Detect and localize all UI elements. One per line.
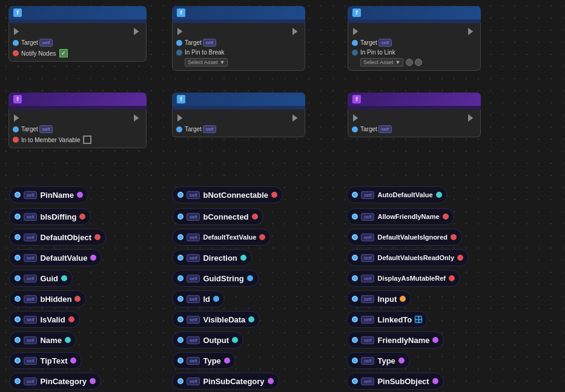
exec-out-pin[interactable] bbox=[134, 28, 141, 35]
left-pin[interactable] bbox=[177, 337, 183, 343]
exec-in-pin[interactable] bbox=[14, 114, 21, 122]
left-pin[interactable] bbox=[15, 192, 21, 198]
right-pin[interactable] bbox=[65, 337, 71, 343]
exec-in-pin[interactable] bbox=[353, 28, 360, 35]
target-pin-dot[interactable] bbox=[13, 126, 19, 132]
left-pin[interactable] bbox=[352, 255, 358, 261]
exec-out-pin[interactable] bbox=[292, 114, 300, 122]
in-pin-dot[interactable] bbox=[176, 50, 182, 56]
exec-out-pin[interactable] bbox=[468, 114, 475, 122]
left-pin[interactable] bbox=[15, 316, 21, 322]
right-pin[interactable] bbox=[432, 378, 438, 384]
exec-out-pin[interactable] bbox=[134, 114, 141, 122]
left-pin[interactable] bbox=[177, 296, 183, 302]
right-pin[interactable] bbox=[457, 255, 463, 261]
target-pin-dot[interactable] bbox=[352, 40, 358, 46]
target-pin-row: Target self bbox=[9, 124, 146, 134]
right-pin[interactable] bbox=[398, 358, 405, 364]
self-badge: self bbox=[203, 125, 216, 133]
left-pin[interactable] bbox=[15, 214, 21, 220]
left-pin[interactable] bbox=[177, 255, 183, 261]
right-pin[interactable] bbox=[74, 296, 81, 302]
notify-checkbox[interactable]: ✓ bbox=[59, 49, 68, 57]
right-pin[interactable] bbox=[248, 316, 254, 322]
target-pin-dot[interactable] bbox=[352, 126, 358, 132]
left-pin[interactable] bbox=[15, 378, 21, 384]
notify-pin-dot[interactable] bbox=[13, 50, 19, 56]
left-pin[interactable] bbox=[177, 275, 183, 281]
left-pin[interactable] bbox=[15, 255, 21, 261]
left-pin[interactable] bbox=[352, 275, 358, 281]
right-pin[interactable] bbox=[415, 316, 422, 323]
left-pin[interactable] bbox=[15, 234, 21, 240]
right-pin[interactable] bbox=[224, 358, 230, 364]
left-pin[interactable] bbox=[177, 214, 183, 220]
exec-row bbox=[348, 25, 480, 38]
left-pin[interactable] bbox=[352, 337, 358, 343]
exec-in-pin[interactable] bbox=[177, 28, 185, 35]
left-pin[interactable] bbox=[15, 358, 21, 364]
right-pin[interactable] bbox=[232, 337, 238, 343]
right-pin[interactable] bbox=[449, 275, 455, 281]
left-pin[interactable] bbox=[177, 234, 183, 240]
member-pin-dot[interactable] bbox=[13, 137, 19, 143]
member-checkbox[interactable] bbox=[83, 136, 91, 144]
right-pin[interactable] bbox=[271, 192, 277, 198]
node-label: DisplayAsMutableRef bbox=[377, 275, 445, 282]
left-pin[interactable] bbox=[15, 337, 21, 343]
target-pin-dot[interactable] bbox=[176, 126, 182, 132]
data-node: selfGuidString bbox=[172, 270, 259, 287]
self-badge: self bbox=[361, 254, 374, 262]
right-pin[interactable] bbox=[268, 378, 274, 384]
left-pin[interactable] bbox=[352, 296, 358, 302]
right-pin[interactable] bbox=[443, 214, 449, 220]
right-pin[interactable] bbox=[68, 316, 74, 322]
right-pin[interactable] bbox=[79, 214, 85, 220]
right-pin[interactable] bbox=[436, 192, 442, 198]
right-pin[interactable] bbox=[240, 255, 246, 261]
right-pin[interactable] bbox=[259, 234, 265, 240]
in-pin-dot[interactable] bbox=[352, 50, 358, 56]
right-pin[interactable] bbox=[61, 275, 67, 281]
left-pin[interactable] bbox=[352, 234, 358, 240]
nav-forward[interactable] bbox=[415, 59, 422, 66]
right-pin[interactable] bbox=[213, 296, 219, 302]
left-pin[interactable] bbox=[352, 378, 358, 384]
left-pin[interactable] bbox=[177, 316, 183, 322]
right-pin[interactable] bbox=[77, 192, 83, 198]
select-asset-dropdown[interactable]: Select Asset ▼ bbox=[185, 58, 228, 67]
left-pin[interactable] bbox=[352, 358, 358, 364]
node-body: Target self In Pin to Break Select Asset… bbox=[172, 23, 305, 71]
right-pin[interactable] bbox=[94, 234, 101, 240]
right-pin[interactable] bbox=[90, 378, 96, 384]
left-pin[interactable] bbox=[177, 378, 183, 384]
exec-out-pin[interactable] bbox=[292, 28, 300, 35]
select-asset-dropdown[interactable]: Select Asset ▼ bbox=[360, 58, 403, 67]
left-pin[interactable] bbox=[352, 192, 358, 198]
data-node: selfVisibleData bbox=[172, 311, 260, 328]
right-pin[interactable] bbox=[252, 214, 258, 220]
left-pin[interactable] bbox=[15, 296, 21, 302]
right-pin[interactable] bbox=[451, 234, 457, 240]
self-badge: self bbox=[187, 336, 200, 344]
right-pin[interactable] bbox=[400, 296, 406, 302]
exec-in-pin[interactable] bbox=[177, 114, 185, 122]
target-pin-dot[interactable] bbox=[176, 40, 182, 46]
left-pin[interactable] bbox=[177, 358, 183, 364]
exec-in-pin[interactable] bbox=[14, 28, 21, 35]
left-pin[interactable] bbox=[352, 316, 358, 322]
exec-out-pin[interactable] bbox=[468, 28, 475, 35]
target-pin-dot[interactable] bbox=[13, 40, 19, 46]
left-pin[interactable] bbox=[15, 275, 21, 281]
select-asset-text: Select Asset bbox=[363, 59, 394, 65]
self-badge: self bbox=[187, 377, 200, 385]
right-pin[interactable] bbox=[247, 275, 253, 281]
right-pin[interactable] bbox=[90, 255, 96, 261]
left-pin[interactable] bbox=[177, 192, 183, 198]
exec-in-pin[interactable] bbox=[353, 114, 360, 122]
right-pin[interactable] bbox=[70, 358, 76, 364]
right-pin[interactable] bbox=[432, 337, 438, 343]
left-pin[interactable] bbox=[352, 214, 358, 220]
self-badge: self bbox=[24, 295, 37, 303]
nav-back[interactable] bbox=[406, 59, 413, 66]
